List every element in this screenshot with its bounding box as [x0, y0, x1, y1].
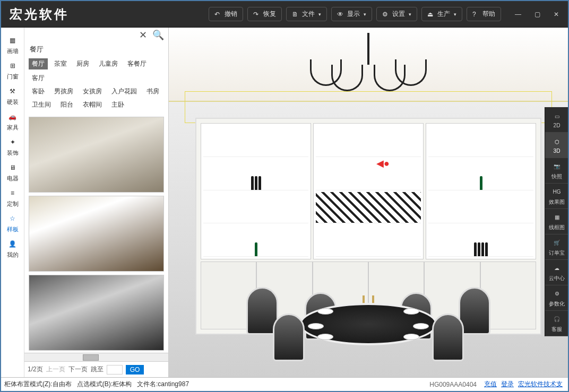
sample-thumbnail[interactable] [29, 196, 164, 272]
right-rail-3D[interactable]: ⬡3D [545, 133, 568, 158]
thumbnail-list[interactable] [24, 115, 168, 353]
decor-icon: ✦ [7, 136, 19, 148]
hard-icon: ⚒ [7, 85, 19, 97]
right-rail-参数化[interactable]: ⚙参数化 [545, 285, 568, 311]
tag-入户花园[interactable]: 入户花园 [108, 86, 140, 97]
tag-女孩房[interactable]: 女孩房 [80, 86, 105, 97]
tag-厨房[interactable]: 厨房 [73, 58, 92, 69]
gear-icon: ⚙ [382, 11, 390, 18]
status-link-登录[interactable]: 登录 [501, 380, 514, 388]
tag-客卧[interactable]: 客卧 [29, 86, 48, 97]
sample-thumbnail[interactable] [29, 275, 164, 351]
minimize-button[interactable]: — [508, 7, 528, 22]
scene: ◀● [169, 28, 568, 377]
redo-button[interactable]: ↷ 恢复 [247, 7, 282, 21]
rail-item-wall[interactable]: ▦画墙 [2, 32, 23, 57]
wall-icon: ▦ [7, 34, 19, 46]
breadcrumb[interactable]: 餐厅 [24, 42, 168, 56]
display-menu[interactable]: 👁 显示 [331, 7, 372, 21]
rail-item-template[interactable]: ☆样板 [2, 210, 23, 236]
tag-rows: 餐厅茶室厨房儿童房客餐厅客厅客卧男孩房女孩房入户花园书房卫生间阳台衣帽间主卧 [24, 56, 168, 115]
tag-阳台[interactable]: 阳台 [57, 99, 76, 110]
appliance-icon: 🖥 [7, 162, 19, 173]
tag-儿童房[interactable]: 儿童房 [96, 58, 121, 69]
window-controls: — ▢ ✕ [508, 7, 566, 22]
tag-客厅[interactable]: 客厅 [29, 73, 48, 84]
panel-footer: 1/2页 上一页 下一页 跳至 GO [24, 361, 168, 377]
tag-茶室[interactable]: 茶室 [51, 58, 70, 69]
furniture-icon: 🚗 [7, 111, 19, 123]
rail-item-decor[interactable]: ✦装饰 [2, 134, 23, 159]
rr-icon-0: ▭ [551, 111, 562, 121]
rr-icon-7: ⚙ [551, 289, 562, 299]
settings-menu[interactable]: ⚙ 设置 [376, 7, 417, 21]
maximize-button[interactable]: ▢ [528, 7, 547, 22]
right-rail-订单宝[interactable]: 🛒订单宝 [545, 234, 568, 260]
dining-table [283, 303, 453, 367]
file-menu[interactable]: 🗎 文件 [286, 7, 327, 21]
app-window: 宏光软件 ↶ 撤销 ↷ 恢复 🗎 文件 👁 显示 ⚙ 设置 [0, 0, 569, 392]
rail-item-appliance[interactable]: 🖥电器 [2, 159, 23, 185]
tag-书房[interactable]: 书房 [143, 86, 162, 97]
tag-衣帽间[interactable]: 衣帽间 [80, 99, 105, 110]
mode-b: 点选模式(B):柜体构 [77, 380, 132, 389]
rail-item-window[interactable]: ⊞门窗 [2, 57, 23, 83]
next-page[interactable]: 下一页 [68, 365, 88, 374]
undo-icon: ↶ [214, 11, 222, 18]
produce-menu[interactable]: ⏏ 生产 [421, 7, 462, 21]
right-rail-快照[interactable]: 📷快照 [545, 158, 568, 184]
status-link-宏光软件技术支[interactable]: 宏光软件技术支 [518, 380, 563, 388]
right-rail-线框图[interactable]: ▦线框图 [545, 209, 568, 234]
horizontal-scrollbar[interactable] [24, 353, 168, 361]
rr-icon-8: 🎧 [551, 314, 562, 325]
rail-item-custom[interactable]: ≡定制 [2, 185, 23, 210]
status-bar: 柜体布置模式(Z):自由布 点选模式(B):柜体构 文件名:canting987… [1, 377, 568, 391]
rr-icon-4: ▦ [551, 212, 562, 223]
panel-close-icon[interactable]: ✕ [139, 29, 147, 41]
right-rail-2D[interactable]: ▭2D [545, 107, 568, 133]
tag-餐厅[interactable]: 餐厅 [29, 58, 48, 69]
right-rail-客服[interactable]: 🎧客服 [545, 311, 568, 336]
app-title: 宏光软件 [10, 6, 69, 23]
panel-search-icon[interactable]: 🔍 [152, 29, 164, 41]
redo-icon: ↷ [253, 11, 261, 18]
status-links: 充值登录宏光软件技术支 [482, 380, 565, 389]
main-toolbar: ↶ 撤销 ↷ 恢复 🗎 文件 👁 显示 ⚙ 设置 ⏏ 生产 [206, 7, 568, 22]
rail-item-hard[interactable]: ⚒硬装 [2, 83, 23, 108]
eye-icon: 👁 [337, 11, 344, 18]
prev-page[interactable]: 上一页 [46, 365, 65, 374]
custom-icon: ≡ [7, 187, 19, 199]
go-button[interactable]: GO [126, 365, 144, 374]
main-body: ▦画墙⊞门窗⚒硬装🚗家具✦装饰🖥电器≡定制☆样板👤我的 ✕ 🔍 餐厅 餐厅茶室厨… [1, 28, 568, 377]
right-rail: ▭2D⬡3D📷快照HG效果图▦线框图🛒订单宝☁云中心⚙参数化🎧客服 [545, 107, 568, 336]
tag-客餐厅[interactable]: 客餐厅 [124, 58, 150, 69]
tag-男孩房[interactable]: 男孩房 [51, 86, 76, 97]
help-button[interactable]: ? 帮助 [467, 7, 501, 21]
template-icon: ☆ [7, 213, 19, 224]
tag-卫生间[interactable]: 卫生间 [29, 99, 54, 110]
file-name: 文件名:canting987 [137, 380, 189, 389]
rail-item-furniture[interactable]: 🚗家具 [2, 108, 23, 134]
jump-input[interactable] [107, 365, 123, 374]
fish-icon: ◀● [376, 158, 390, 169]
rr-icon-5: 🛒 [551, 238, 562, 248]
rr-icon-3: HG [551, 187, 562, 197]
panel-header: ✕ 🔍 [24, 28, 168, 42]
tag-主卧[interactable]: 主卧 [108, 99, 127, 110]
rr-icon-2: 📷 [551, 161, 562, 172]
close-button[interactable]: ✕ [547, 7, 566, 22]
3d-viewport[interactable]: ◀● ▭2D⬡3D📷快照HG效果图▦线框图🛒订单宝☁云中心⚙参数化🎧客服 [169, 28, 568, 377]
help-icon: ? [472, 11, 480, 18]
undo-button[interactable]: ↶ 撤销 [209, 7, 243, 21]
sample-thumbnail[interactable] [29, 117, 164, 193]
right-rail-效果图[interactable]: HG效果图 [545, 184, 568, 209]
person-icon: 👤 [7, 238, 19, 250]
status-link-充值[interactable]: 充值 [484, 380, 497, 388]
rr-icon-1: ⬡ [551, 136, 562, 147]
page-indicator: 1/2页 [28, 365, 43, 374]
rail-item-person[interactable]: 👤我的 [2, 236, 23, 261]
right-rail-云中心[interactable]: ☁云中心 [545, 260, 568, 285]
rr-icon-6: ☁ [551, 263, 562, 274]
left-rail: ▦画墙⊞门窗⚒硬装🚗家具✦装饰🖥电器≡定制☆样板👤我的 [1, 28, 24, 377]
window-icon: ⊞ [7, 60, 19, 72]
